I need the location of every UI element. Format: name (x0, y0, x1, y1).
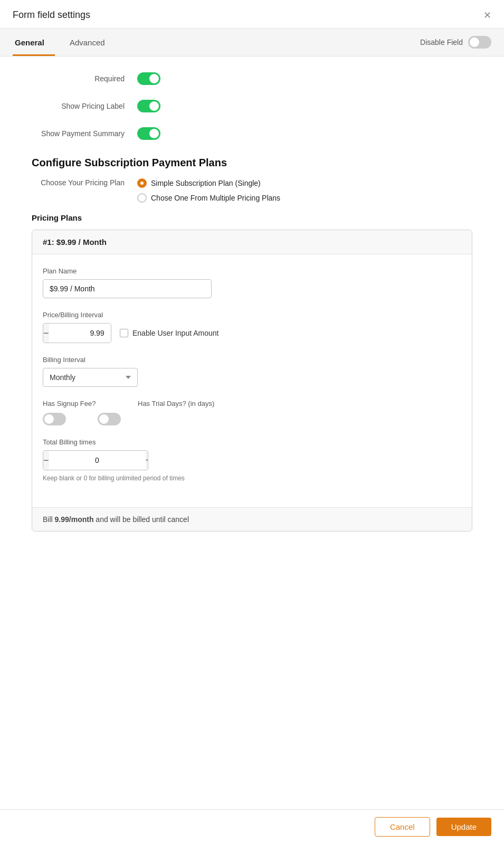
price-billing-group: Price/Billing Interval − + Enable User I… (43, 311, 461, 343)
choose-pricing-plan-row: Choose Your Pricing Plan Simple Subscrip… (32, 178, 472, 203)
plan-name-input[interactable] (43, 279, 212, 298)
billing-interval-group: Billing Interval Monthly Yearly Weekly D… (43, 356, 461, 387)
radio-single-label: Simple Subscription Plan (Single) (151, 179, 261, 187)
modal-header: Form field settings ✕ (0, 0, 504, 29)
footer-text-post: and will be billed until cancel (93, 515, 189, 524)
billing-times-stepper: − + (43, 450, 148, 470)
footer-text-pre: Bill (43, 515, 55, 524)
plan-name-group: Plan Name (43, 267, 461, 298)
close-button[interactable]: ✕ (483, 11, 491, 20)
disable-field-label: Disable Field (420, 38, 463, 46)
configure-section-title: Configure Subscription Payment Plans (32, 157, 472, 169)
billing-times-input[interactable] (49, 451, 146, 470)
required-label: Required (32, 74, 137, 83)
tab-advanced[interactable]: Advanced (68, 29, 116, 56)
plan-card-footer: Bill 9.99/month and will be billed until… (32, 507, 472, 531)
plan-card: #1: $9.99 / Month Plan Name Price/Billin… (32, 230, 472, 532)
total-billing-times-group: Total Billing times − + Keep blank or 0 … (43, 438, 461, 482)
tabs-bar: General Advanced Disable Field (0, 29, 504, 56)
modal-title: Form field settings (13, 10, 90, 21)
plan-card-header: #1: $9.99 / Month (32, 230, 472, 254)
pricing-plan-radio-group: Simple Subscription Plan (Single) Chose … (137, 178, 280, 203)
cancel-button[interactable]: Cancel (375, 817, 430, 837)
radio-single-circle (137, 178, 147, 188)
radio-multiple-circle (137, 193, 147, 203)
radio-single[interactable]: Simple Subscription Plan (Single) (137, 178, 280, 188)
two-col-labels: Has Signup Fee? Has Trial Days? (in days… (43, 400, 461, 407)
show-pricing-label-label: Show Pricing Label (32, 102, 137, 110)
price-stepper: − + (43, 323, 111, 343)
required-row: Required (32, 72, 472, 85)
required-slider (137, 72, 160, 85)
show-payment-summary-slider (137, 127, 160, 140)
stepper-row: − + Enable User Input Amount (43, 323, 461, 343)
billing-hint-text: Keep blank or 0 for billing unlimited pe… (43, 475, 461, 482)
tabs-left: General Advanced (13, 29, 128, 56)
has-signup-fee-label: Has Signup Fee? (43, 400, 106, 407)
billing-interval-field-label: Billing Interval (43, 356, 461, 364)
signup-trial-group: Has Signup Fee? Has Trial Days? (in days… (43, 400, 461, 425)
form-field-settings-modal: Form field settings ✕ General Advanced D… (0, 0, 504, 844)
plan-name-field-label: Plan Name (43, 267, 461, 275)
radio-multiple[interactable]: Chose One From Multiple Pricing Plans (137, 193, 280, 203)
tabs-right: Disable Field (420, 36, 491, 49)
show-pricing-label-toggle[interactable] (137, 100, 160, 112)
tab-general[interactable]: General (13, 29, 55, 56)
total-billing-times-label: Total Billing times (43, 438, 461, 446)
has-trial-days-slider (98, 413, 121, 425)
show-pricing-label-slider (137, 100, 160, 112)
billing-interval-select[interactable]: Monthly Yearly Weekly Daily (43, 368, 138, 387)
billing-times-decrement-button[interactable]: − (43, 451, 49, 470)
price-decrement-button[interactable]: − (43, 324, 49, 343)
show-payment-summary-label: Show Payment Summary (32, 129, 137, 138)
plan-card-body: Plan Name Price/Billing Interval − + (32, 254, 472, 507)
footer-bold: 9.99/month (55, 515, 94, 524)
enable-user-input-row: Enable User Input Amount (120, 329, 218, 337)
pricing-plans-label: Pricing Plans (32, 213, 472, 222)
enable-user-input-label: Enable User Input Amount (132, 329, 218, 337)
has-signup-fee-slider (43, 413, 66, 425)
show-payment-summary-toggle[interactable] (137, 127, 160, 140)
enable-user-input-checkbox[interactable] (120, 329, 128, 337)
content: Required Show Pricing Label Show Payment… (0, 56, 504, 809)
price-billing-field-label: Price/Billing Interval (43, 311, 461, 319)
show-pricing-label-row: Show Pricing Label (32, 100, 472, 112)
show-payment-summary-row: Show Payment Summary (32, 127, 472, 140)
choose-pricing-plan-label: Choose Your Pricing Plan (32, 178, 137, 187)
radio-multiple-label: Chose One From Multiple Pricing Plans (151, 194, 280, 202)
update-button[interactable]: Update (436, 818, 491, 836)
has-signup-fee-toggle[interactable] (43, 413, 66, 425)
disable-field-slider (468, 36, 491, 49)
modal-footer: Cancel Update (0, 809, 504, 844)
required-toggle[interactable] (137, 72, 160, 85)
billing-times-increment-button[interactable]: + (146, 451, 148, 470)
has-trial-days-label: Has Trial Days? (in days) (138, 400, 214, 407)
has-trial-days-toggle[interactable] (98, 413, 121, 425)
disable-field-toggle[interactable] (468, 36, 491, 49)
price-input[interactable] (49, 324, 111, 343)
two-col-toggles (43, 413, 461, 425)
